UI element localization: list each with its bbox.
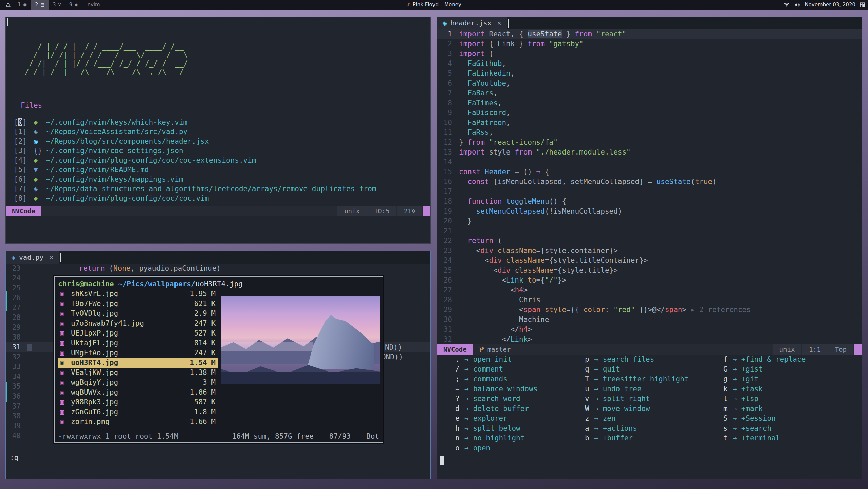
code-line[interactable]: 15const Header = () ⇒ { xyxy=(437,167,862,177)
recent-file-item[interactable]: [2]◉~/Repos/blog/src/components/header.j… xyxy=(14,137,427,146)
whichkey-binding[interactable]: k→+task xyxy=(723,384,806,394)
ranger-file-row[interactable]: ▣TvOVDlq.jpg2.9 M xyxy=(58,309,218,319)
code-line[interactable]: 29 <span style={{ color: "red" }}>@</spa… xyxy=(437,305,862,315)
whichkey-binding[interactable]: n→no highlight xyxy=(455,433,537,443)
whichkey-binding[interactable]: f→+find & replace xyxy=(723,355,806,364)
ranger-file-row[interactable]: ▣shKsVrL.jpg1.95 M xyxy=(58,289,218,299)
code-line[interactable]: 32 </Link> xyxy=(437,334,862,344)
code-line[interactable]: 3import { xyxy=(437,49,862,59)
whichkey-binding[interactable]: u→undo tree xyxy=(585,384,689,394)
workspace-2[interactable]: 2▤ xyxy=(31,0,49,10)
ranger-file-row[interactable]: ▣T9o7FWe.jpg621 K xyxy=(58,299,218,309)
ranger-file-row[interactable]: ▣zorin.png1.66 M xyxy=(58,417,218,427)
code-line[interactable]: 27 <h4> xyxy=(437,285,862,295)
whichkey-binding[interactable]: d→delete buffer xyxy=(455,404,537,414)
code-line[interactable]: 26 <Link to={"/"}> xyxy=(437,275,862,285)
whichkey-binding[interactable]: W→move window xyxy=(585,404,689,414)
recent-file-item[interactable]: [0]◆~/.config/nvim/keys/which-key.vim xyxy=(14,117,427,127)
whichkey-binding[interactable]: =→balance windows xyxy=(455,384,537,394)
code-line[interactable]: 19 setMenuCollapsed(!isMenuCollapsed) xyxy=(437,206,862,216)
recent-file-item[interactable]: [4]◆~/.config/nvim/plug-config/coc/coc-e… xyxy=(14,156,427,165)
recent-file-item[interactable]: [5]▼~/.config/nvim/README.md xyxy=(14,165,427,175)
whichkey-binding[interactable]: o→open xyxy=(455,443,537,453)
code-line[interactable]: 16 const [isMenuCollapsed, setMenuCollap… xyxy=(437,177,862,187)
code-line[interactable]: 21 xyxy=(437,226,862,236)
code-line[interactable]: 20 } xyxy=(437,216,862,226)
whichkey-binding[interactable]: e→explorer xyxy=(455,414,537,423)
code-line[interactable]: 30 Machine xyxy=(437,315,862,325)
code-line[interactable]: 1import React, { useState } from "react" xyxy=(437,29,862,39)
code-line[interactable]: 11 FaRss, xyxy=(437,128,862,138)
arch-logo-icon[interactable] xyxy=(3,2,14,7)
whichkey-binding[interactable]: p→search files xyxy=(585,355,689,364)
code-line[interactable]: 4 FaGithub, xyxy=(437,59,862,69)
ranger-file-row[interactable]: ▣VEaljKW.jpg1.38 M xyxy=(58,368,218,378)
code-line[interactable]: 8 FaTimes, xyxy=(437,98,862,108)
volume-icon[interactable] xyxy=(794,2,800,8)
whichkey-binding[interactable]: T→treesitter highlight xyxy=(585,374,689,384)
file-name: UMgEfAo.jpg xyxy=(71,348,194,358)
code-line[interactable]: 5 FaLinkedin, xyxy=(437,69,862,78)
workspace-1[interactable]: 1● xyxy=(14,0,31,10)
code-line[interactable]: 13import style from "./header.module.les… xyxy=(437,147,862,157)
code-line[interactable]: 7 FaBars, xyxy=(437,88,862,98)
ranger-file-row[interactable]: ▣UEJLpxP.jpg527 K xyxy=(58,328,218,338)
code-line[interactable]: 23 <div className={style.container}> xyxy=(437,246,862,256)
workspace-9[interactable]: 9◆ xyxy=(65,0,82,10)
code-line[interactable]: 17 xyxy=(437,187,862,197)
workspace-3[interactable]: 3V xyxy=(49,0,65,10)
code-line[interactable]: 6 FaYoutube, xyxy=(437,78,862,88)
wifi-icon[interactable] xyxy=(783,2,790,8)
ranger-file-row[interactable]: ▣zGnGuT6.jpg1.8 M xyxy=(58,407,218,417)
recent-file-item[interactable]: [8]◆~/.config/nvim/plug-config/coc/coc.v… xyxy=(14,194,427,203)
ranger-file-row[interactable]: ▣uoH3RT4.jpg1.54 M xyxy=(58,358,218,368)
tab-vad-py[interactable]: ◈ vad.py × xyxy=(6,251,59,264)
whichkey-binding[interactable]: m→+mark xyxy=(723,404,806,414)
ranger-file-row[interactable]: ▣UMgEfAo.jpg247 K xyxy=(58,348,218,358)
recent-file-item[interactable]: [3]{}~/.config/nvim/coc-settings.json xyxy=(14,146,427,156)
whichkey-binding[interactable]: /→comment xyxy=(455,364,537,374)
whichkey-binding[interactable]: s→+search xyxy=(723,423,806,433)
code-line[interactable]: 28 Chris xyxy=(437,295,862,305)
code-line[interactable]: 10 FaPatreon, xyxy=(437,118,862,128)
tab-close-icon[interactable]: × xyxy=(49,253,53,261)
whichkey-binding[interactable]: v→split right xyxy=(585,394,689,404)
whichkey-binding[interactable]: ;→commands xyxy=(455,374,537,384)
whichkey-binding[interactable]: G→+gist xyxy=(723,364,806,374)
ranger-file-row[interactable]: ▣wgBqiyY.jpg3 M xyxy=(58,378,218,387)
ranger-file-row[interactable]: ▣wqBUWVx.jpg1.86 M xyxy=(58,387,218,397)
tab-close-icon[interactable]: × xyxy=(497,19,501,27)
ranger-file-row[interactable]: ▣u7o3nwab7fy41.jpg247 K xyxy=(58,319,218,328)
ranger-file-row[interactable]: ▣y08Rpk3.jpg587 K xyxy=(58,397,218,407)
code-line[interactable]: 23 return (None, pyaudio.paContinue) xyxy=(6,264,430,273)
ranger-file-row[interactable]: ▣UktajFl.jpg814 K xyxy=(58,338,218,348)
code-line[interactable]: 24 <div className={style.titleContainer}… xyxy=(437,256,862,266)
recent-file-item[interactable]: [7]◈~/Repos/data_structures_and_algorith… xyxy=(14,184,427,194)
date-display[interactable]: November 03, 2020 xyxy=(805,2,855,8)
whichkey-binding[interactable]: b→+buffer xyxy=(585,433,689,443)
code-line[interactable]: 22 return ( xyxy=(437,236,862,246)
whichkey-binding[interactable]: h→split below xyxy=(455,423,537,433)
code-line[interactable]: 12} from "react-icons/fa" xyxy=(437,138,862,147)
whichkey-binding[interactable]: t→+terminal xyxy=(723,433,806,443)
code-line[interactable]: 31 </h4> xyxy=(437,325,862,334)
whichkey-binding[interactable]: l→+lsp xyxy=(723,394,806,404)
code-line[interactable]: 9 FaDiscord, xyxy=(437,108,862,118)
code-line[interactable]: 14 xyxy=(437,157,862,167)
code-line[interactable]: 2import { Link } from "gatsby" xyxy=(437,39,862,49)
whichkey-binding[interactable]: a→+actions xyxy=(585,423,689,433)
code-line[interactable]: 25 <div className={style.title}> xyxy=(437,266,862,275)
whichkey-binding[interactable]: .→open init xyxy=(455,355,537,364)
code-line[interactable]: 18 function toggleMenu() { xyxy=(437,197,862,206)
recent-file-item[interactable]: [1]◈~/Repos/VoiceAssistant/src/vad.py xyxy=(14,127,427,137)
now-playing[interactable]: ♪ Pink Floyd – Money xyxy=(407,2,461,8)
command-line[interactable]: :q xyxy=(10,454,18,462)
whichkey-binding[interactable]: S→+Session xyxy=(723,414,806,423)
whichkey-binding[interactable]: z→zen xyxy=(585,414,689,423)
recent-file-item[interactable]: [6]◆~/.config/nvim/keys/mappings.vim xyxy=(14,175,427,184)
whichkey-binding[interactable]: ?→search word xyxy=(455,394,537,404)
layout-grid-icon[interactable] xyxy=(860,2,865,8)
tab-header-jsx[interactable]: ◉ header.jsx × xyxy=(437,17,507,29)
whichkey-binding[interactable]: g→+git xyxy=(723,374,806,384)
whichkey-binding[interactable]: q→quit xyxy=(585,364,689,374)
